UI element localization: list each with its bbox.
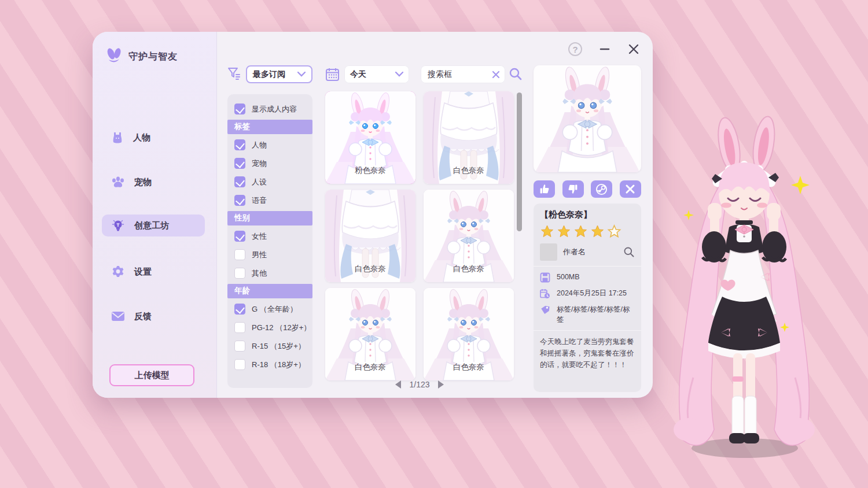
scrollbar-thumb[interactable]: [517, 93, 522, 231]
sidebar-item-label: 创意工坊: [134, 220, 169, 231]
checkbox-icon[interactable]: [234, 341, 245, 352]
grid-scrollbar[interactable]: [517, 91, 522, 380]
mascot-bunny-maid-art: [653, 106, 868, 479]
filter-option-age[interactable]: PG-12 （12岁+）: [227, 319, 312, 336]
filter-option-age[interactable]: R-15 （15岁+）: [227, 338, 312, 354]
checkbox-icon[interactable]: [234, 158, 245, 169]
checkbox-icon[interactable]: [234, 139, 245, 150]
sort-dropdown-value: 最多订阅: [253, 69, 285, 80]
rating-stars: [540, 224, 635, 238]
tags-row: 标签/标签/标签/标签/标签: [540, 304, 635, 325]
sidebar-item-characters[interactable]: 人物: [102, 127, 205, 149]
sidebar: 守护与智友 人物 宠物: [93, 32, 217, 398]
clock-calendar-icon: [540, 289, 550, 299]
filter-option-tag[interactable]: 人物: [227, 136, 312, 153]
calendar-icon: [325, 67, 340, 82]
star-icon: [540, 224, 554, 238]
model-card-label: 白色奈奈: [424, 362, 514, 372]
model-card[interactable]: 粉色奈奈: [325, 91, 415, 184]
model-preview-image: [534, 65, 641, 172]
search-submit-icon[interactable]: [509, 67, 523, 81]
tag-icon: [540, 305, 550, 315]
date-dropdown-value: 今天: [350, 69, 366, 80]
sidebar-item-label: 设置: [134, 267, 152, 278]
sort-dropdown[interactable]: 最多订阅: [246, 65, 312, 83]
filter-section-header-age: 年龄: [227, 284, 312, 298]
model-card-label: 白色奈奈: [325, 264, 415, 274]
checkbox-icon[interactable]: [234, 176, 245, 187]
checkbox-icon[interactable]: [234, 304, 245, 315]
filter-option-tag[interactable]: 宠物: [227, 155, 312, 172]
model-card[interactable]: 白色奈奈: [424, 190, 514, 282]
lightbulb-icon: [111, 219, 125, 232]
chevron-down-icon: [297, 72, 306, 77]
checkbox-icon[interactable]: [234, 268, 245, 279]
star-icon: [573, 224, 588, 238]
model-card[interactable]: 白色奈奈: [325, 190, 415, 282]
steam-icon: [595, 183, 608, 195]
prev-page-button[interactable]: [395, 380, 401, 389]
filter-option-adult[interactable]: 显示成人内容: [227, 101, 312, 117]
gear-icon: [111, 265, 125, 279]
filter-option-gender[interactable]: 女性: [227, 228, 312, 245]
checkbox-icon[interactable]: [234, 195, 245, 206]
sidebar-item-settings[interactable]: 设置: [102, 261, 205, 283]
model-card[interactable]: 白色奈奈: [325, 288, 415, 380]
star-empty-icon: [607, 224, 621, 238]
model-info-panel: 【粉色奈奈】 作者名 500MB: [534, 204, 641, 392]
help-button[interactable]: ?: [568, 42, 582, 56]
page-indicator: 1/123: [409, 380, 429, 389]
clear-search-icon[interactable]: [491, 70, 501, 79]
model-size: 500MB: [557, 272, 580, 282]
bunny-logo-icon: [105, 48, 123, 65]
close-button[interactable]: [627, 43, 640, 56]
author-search-icon[interactable]: [623, 246, 635, 258]
checkbox-icon[interactable]: [234, 231, 245, 242]
sort-row: 最多订阅: [227, 65, 312, 83]
filter-option-tag[interactable]: 人设: [227, 173, 312, 190]
checkbox-icon[interactable]: [234, 359, 245, 370]
sidebar-item-feedback[interactable]: 反馈: [102, 305, 205, 327]
thumbs-up-button[interactable]: [534, 180, 555, 198]
search-input[interactable]: [428, 70, 491, 79]
dress-icon: [111, 131, 124, 144]
checkbox-icon[interactable]: [234, 103, 245, 114]
model-card-label: 白色奈奈: [325, 362, 415, 372]
detail-actions: [534, 180, 641, 198]
thumbs-down-button[interactable]: [562, 180, 584, 198]
search-box: [421, 65, 505, 83]
thumbs-down-icon: [567, 183, 579, 195]
storage-icon: [540, 272, 550, 283]
model-card-label: 粉色奈奈: [325, 165, 415, 176]
pagination: 1/123: [325, 379, 514, 390]
filter-option-gender[interactable]: 男性: [227, 246, 312, 263]
next-page-button[interactable]: [438, 380, 444, 389]
filter-funnel-icon: [227, 67, 241, 82]
model-description: 今天晚上吃了麦当劳穷鬼套餐和摇摇薯条，穷鬼套餐在涨价的话，就要吃不起了！！！: [540, 336, 635, 371]
filter-option-tag[interactable]: 语音: [227, 192, 312, 209]
filter-section-header-tags: 标签: [227, 120, 312, 134]
date-dropdown[interactable]: 今天: [344, 65, 409, 83]
model-preview: [534, 65, 641, 172]
minimize-button[interactable]: [598, 43, 611, 56]
steam-button[interactable]: [591, 180, 612, 198]
checkbox-icon[interactable]: [234, 249, 245, 260]
model-grid: 粉色奈奈 白色奈奈 白色奈奈 白色奈奈 白色奈奈 白色奈奈: [325, 91, 514, 380]
model-date: 2024年5月25日 17:25: [557, 288, 627, 298]
date-filter-row: 今天: [325, 65, 409, 83]
star-icon: [590, 224, 605, 238]
filter-option-age[interactable]: G （全年龄）: [227, 301, 312, 317]
checkbox-icon[interactable]: [234, 322, 245, 333]
mail-icon: [111, 310, 125, 322]
sidebar-item-workshop[interactable]: 创意工坊: [102, 215, 205, 236]
filter-option-age[interactable]: R-18 （18岁+）: [227, 356, 312, 373]
remove-button[interactable]: [620, 180, 641, 198]
model-card[interactable]: 白色奈奈: [424, 288, 514, 380]
size-row: 500MB: [540, 272, 635, 283]
upload-model-button[interactable]: 上传模型: [109, 364, 194, 386]
sidebar-item-pets[interactable]: 宠物: [102, 171, 205, 193]
model-card[interactable]: 白色奈奈: [424, 91, 514, 184]
sidebar-item-label: 人物: [133, 132, 150, 143]
date-row: 2024年5月25日 17:25: [540, 288, 635, 299]
filter-option-gender[interactable]: 其他: [227, 265, 312, 282]
